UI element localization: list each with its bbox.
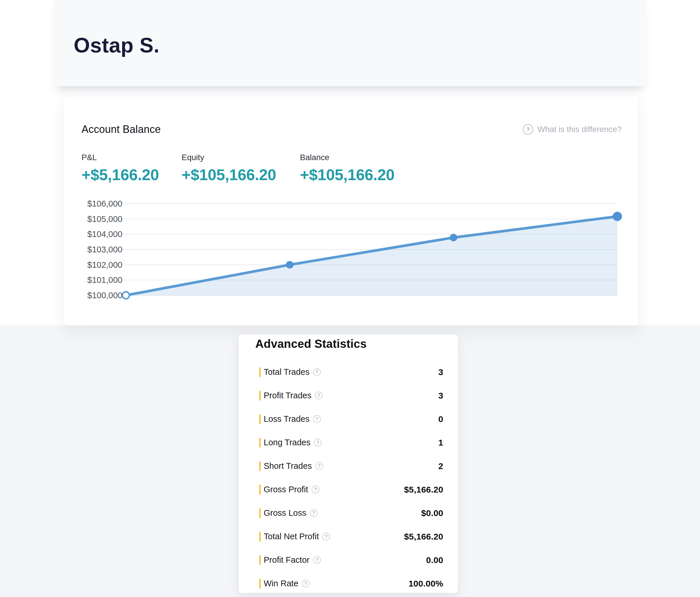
y-axis-tick-label: $101,000 (87, 275, 122, 284)
y-axis-tick-label: $106,000 (87, 199, 122, 208)
stat-label: Total Trades (264, 367, 309, 377)
accent-bar-icon (259, 391, 260, 401)
stat-label: Loss Trades (264, 414, 309, 424)
question-circle-icon[interactable]: ? (310, 509, 318, 517)
y-axis-tick-label: $105,000 (87, 215, 122, 224)
data-point[interactable] (286, 261, 294, 269)
accent-bar-icon (259, 485, 260, 495)
stat-row-left: Total Trades? (259, 367, 321, 377)
stat-label: Profit Factor (264, 555, 309, 565)
stat-value: 3 (438, 391, 443, 401)
question-circle-icon[interactable]: ? (313, 415, 321, 423)
stat-value: 100.00% (408, 579, 443, 589)
advanced-statistics-title: Advanced Statistics (255, 337, 443, 351)
stat-row-left: Profit Trades? (259, 391, 323, 401)
data-point[interactable] (613, 212, 622, 221)
accent-bar-icon (259, 438, 260, 448)
question-circle-icon[interactable]: ? (322, 532, 330, 541)
question-circle-icon[interactable]: ? (314, 439, 322, 446)
dashboard-page: Ostap S. Account Balance ? What is this … (0, 0, 700, 597)
account-balance-card: Account Balance ? What is this differenc… (63, 96, 639, 325)
stat-row: Short Trades?2 (255, 454, 443, 478)
stat-value: 2 (438, 461, 443, 471)
question-circle-icon[interactable]: ? (302, 579, 309, 588)
metric-equity: Equity +$105,166.20 (182, 153, 300, 183)
stat-row-left: Gross Loss? (259, 508, 318, 518)
account-balance-chart[interactable]: $100,000$101,000$102,000$103,000$104,000… (73, 197, 623, 302)
stat-label: Win Rate (264, 579, 298, 588)
y-axis-tick-label: $102,000 (87, 260, 122, 270)
stat-row-left: Loss Trades? (259, 414, 321, 424)
stat-row: Long Trades?1 (255, 431, 443, 454)
account-balance-title: Account Balance (81, 123, 161, 136)
accent-bar-icon (259, 414, 260, 424)
stat-label: Total Net Profit (264, 532, 319, 541)
metric-label: Equity (182, 153, 300, 163)
question-circle-icon[interactable]: ? (313, 368, 321, 376)
stat-value: 0.00 (426, 555, 443, 565)
stat-row-left: Win Rate? (259, 579, 309, 589)
metric-value: +$5,166.20 (81, 166, 182, 183)
stat-value: $5,166.20 (404, 532, 443, 542)
stat-row: Profit Factor?0.00 (255, 548, 443, 572)
account-balance-header: Account Balance ? What is this differenc… (81, 123, 622, 136)
stat-row-left: Short Trades? (259, 461, 323, 471)
difference-help-link[interactable]: ? What is this difference? (523, 124, 622, 134)
stat-label: Long Trades (264, 438, 310, 447)
stat-value: 3 (438, 367, 443, 377)
question-circle-icon[interactable]: ? (523, 124, 533, 134)
accent-bar-icon (259, 508, 260, 518)
stat-row-left: Profit Factor? (259, 555, 321, 565)
question-circle-icon[interactable]: ? (315, 392, 323, 399)
question-circle-icon[interactable]: ? (313, 556, 321, 564)
metric-label: P&L (81, 153, 182, 163)
difference-help-text[interactable]: What is this difference? (537, 125, 622, 134)
question-circle-icon[interactable]: ? (311, 486, 319, 493)
stat-row: Loss Trades?0 (255, 407, 443, 431)
accent-bar-icon (259, 555, 260, 565)
accent-bar-icon (259, 532, 260, 542)
stat-row-left: Gross Profit? (259, 485, 319, 495)
stat-row: Total Trades?3 (255, 360, 443, 384)
stat-label: Gross Profit (264, 485, 308, 494)
metric-value: +$105,166.20 (300, 166, 395, 183)
accent-bar-icon (259, 367, 260, 377)
user-name-title: Ostap S. (74, 34, 159, 56)
metric-value: +$105,166.20 (182, 166, 300, 183)
accent-bar-icon (259, 579, 260, 589)
statistics-list: Total Trades?3Profit Trades?3Loss Trades… (255, 360, 443, 595)
page-header: Ostap S. (53, 0, 647, 86)
question-circle-icon[interactable]: ? (315, 462, 323, 470)
stat-value: $5,166.20 (404, 485, 443, 495)
metric-label: Balance (300, 153, 395, 163)
stat-label: Short Trades (264, 461, 312, 471)
data-point[interactable] (450, 234, 457, 241)
stat-value: 1 (438, 438, 443, 448)
stat-row-left: Total Net Profit? (259, 532, 330, 542)
stat-label: Profit Trades (264, 391, 311, 400)
stat-row: Gross Loss?$0.00 (255, 501, 443, 525)
stat-row: Gross Profit?$5,166.20 (255, 478, 443, 501)
stat-row-left: Long Trades? (259, 438, 322, 448)
stat-value: $0.00 (421, 508, 443, 518)
y-axis-tick-label: $104,000 (87, 229, 122, 239)
chart-area-fill (126, 217, 617, 295)
data-point[interactable] (122, 292, 129, 299)
y-axis-tick-label: $100,000 (87, 291, 122, 300)
stat-label: Gross Loss (264, 508, 306, 518)
metric-pnl: P&L +$5,166.20 (81, 153, 182, 183)
y-axis-tick-label: $103,000 (87, 245, 122, 254)
stat-row: Win Rate?100.00% (255, 572, 443, 595)
advanced-statistics-card: Advanced Statistics Total Trades?3Profit… (239, 334, 458, 593)
stat-value: 0 (438, 414, 443, 424)
stat-row: Profit Trades?3 (255, 384, 443, 407)
metric-balance: Balance +$105,166.20 (300, 153, 395, 183)
accent-bar-icon (259, 461, 260, 471)
balance-metrics: P&L +$5,166.20 Equity +$105,166.20 Balan… (81, 153, 639, 183)
stat-row: Total Net Profit?$5,166.20 (255, 525, 443, 548)
